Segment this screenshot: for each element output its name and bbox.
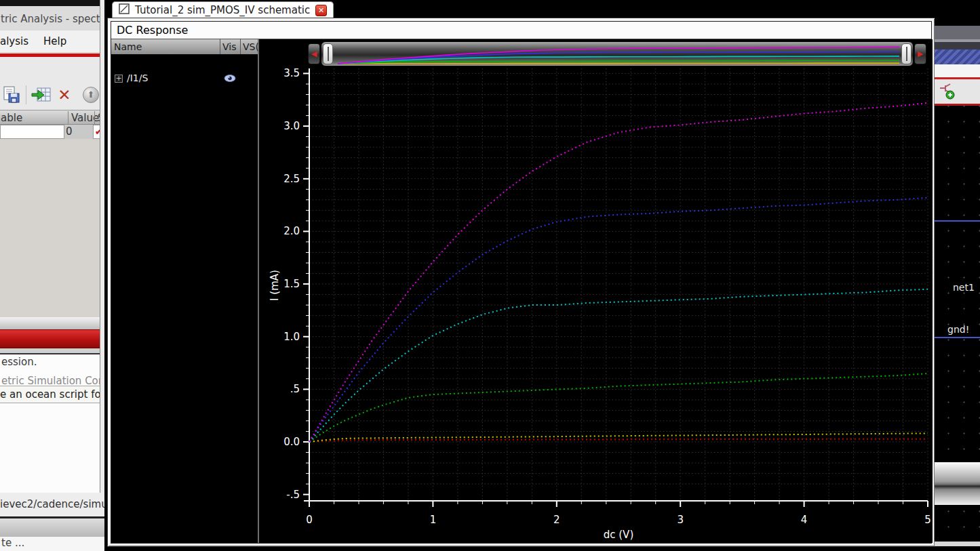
col-variable: able: [1, 111, 22, 125]
svg-text:1.5: 1.5: [283, 278, 300, 290]
tree-col-vis[interactable]: Vis: [220, 39, 239, 54]
graph-window-icon: [119, 3, 130, 17]
scrollbar-left-grip[interactable]: [323, 43, 333, 64]
simulation-path-text: ievec2/cadence/simul: [0, 493, 104, 516]
svg-text:2.5: 2.5: [283, 173, 300, 185]
scrollbar-right-arrow-icon[interactable]: ▶: [914, 43, 926, 64]
status-gray-band: [0, 518, 104, 537]
menu-item-help[interactable]: Help: [43, 35, 66, 47]
svg-text:2.0: 2.0: [283, 225, 300, 237]
schematic-toolbar: [935, 79, 980, 104]
scrollbar-right-grip[interactable]: [901, 43, 912, 64]
toolbar-separator: [26, 85, 27, 104]
dc-response-content: DC Response Name Vis VS( + /I1/S: [111, 21, 932, 544]
variables-table-header: able Value S: [0, 110, 104, 125]
bottom-status-text: te ...: [0, 537, 104, 551]
signal-name: /I1/S: [127, 73, 148, 83]
schematic-window-strip: net1 gnd!: [935, 0, 980, 551]
menu-item-analysis[interactable]: alysis: [0, 35, 28, 47]
left-window-toolbar: ✕ ⬆: [0, 81, 104, 108]
dc-response-plot: 3.53.02.52.01.51.0.50.0-.5012345dc (V)I …: [260, 39, 933, 544]
progress-bar: [0, 329, 104, 348]
save-icon[interactable]: [0, 84, 23, 106]
instance-add-icon[interactable]: [939, 83, 956, 103]
svg-text:3.5: 3.5: [283, 67, 300, 79]
svg-text:0: 0: [306, 514, 313, 526]
left-window-titlebar: tric Analysis - spectre(1: [0, 6, 104, 30]
net-label: net1: [953, 282, 975, 293]
dc-response-window: DC Response Name Vis VS( + /I1/S: [108, 18, 935, 546]
desktop: tric Analysis - spectre(1 alysisHelp etr…: [0, 0, 980, 551]
svg-text:dc (V): dc (V): [604, 529, 634, 541]
left-window-right-border: [100, 0, 104, 493]
gnd-label: gnd!: [947, 324, 969, 335]
schematic-scroll-block[interactable]: [935, 462, 980, 505]
strip-dark-band: [935, 42, 980, 49]
svg-text:1: 1: [430, 514, 437, 526]
window-border-line-1: [935, 220, 980, 222]
status-area: etric Simulation Comple: [0, 57, 104, 110]
window-title: DC Response: [111, 22, 931, 39]
tab-tutorial2-schematic[interactable]: Tutorial_2 sim_PMOS_IV schematic ✕: [112, 1, 334, 18]
log-line-1: ession.: [1, 356, 37, 368]
svg-text:-.5: -.5: [286, 489, 300, 501]
svg-text:5: 5: [924, 514, 931, 526]
tree-header: Name Vis VS(: [111, 39, 258, 54]
filler-strip: [0, 348, 104, 353]
svg-text:0.0: 0.0: [283, 436, 300, 448]
expand-icon[interactable]: +: [115, 75, 123, 83]
schematic-titlebar-hatch: [935, 49, 980, 64]
strip-gray-band: [935, 26, 980, 39]
tab-title: Tutorial_2 sim_PMOS_IV schematic: [135, 4, 310, 16]
signal-row-i1s[interactable]: + /I1/S: [111, 72, 258, 85]
progress-strip: [0, 317, 104, 329]
variable-value-cell[interactable]: 0: [66, 125, 90, 138]
tab-close-icon[interactable]: ✕: [315, 5, 327, 16]
svg-text:4: 4: [801, 514, 808, 526]
svg-text:.5: .5: [290, 383, 300, 395]
svg-text:2: 2: [553, 514, 560, 526]
scrollbar-track[interactable]: [321, 41, 914, 66]
scrollbar-left-arrow-icon[interactable]: ◀: [308, 43, 320, 64]
svg-text:I (mA): I (mA): [269, 270, 281, 301]
tooltip: e an ocean script for pa: [0, 386, 104, 403]
parametric-analysis-window: tric Analysis - spectre(1 alysisHelp etr…: [0, 0, 104, 551]
tab-bar: Tutorial_2 sim_PMOS_IV schematic ✕: [108, 0, 935, 18]
tree-col-vsg[interactable]: VS(: [240, 39, 259, 54]
visibility-eye-icon[interactable]: [224, 74, 236, 85]
svg-text:3: 3: [677, 514, 684, 526]
variable-name-cell[interactable]: [0, 125, 64, 139]
tree-col-name[interactable]: Name: [114, 39, 142, 54]
schematic-menubar-strip: [935, 64, 980, 77]
left-window-menubar: alysisHelp: [0, 30, 104, 52]
window-border-line-2: [935, 337, 980, 338]
variables-table-row: 0 ✔: [0, 125, 104, 139]
plot-panel: 3.53.02.52.01.51.0.50.0-.5012345dc (V)I …: [260, 39, 933, 543]
signal-tree-panel: Name Vis VS( + /I1/S: [111, 39, 259, 543]
svg-text:1.0: 1.0: [283, 331, 300, 343]
strip-bottom-edge: [935, 542, 980, 546]
export-table-icon[interactable]: [30, 84, 53, 106]
left-window-top-edge: [0, 0, 104, 6]
svg-text:3.0: 3.0: [283, 120, 300, 132]
circle-arrow-icon[interactable]: ⬆: [83, 87, 99, 103]
plot-panner-scrollbar[interactable]: ◀ ▶: [308, 41, 926, 66]
curve-preview-strip: [334, 43, 903, 66]
delete-x-icon[interactable]: ✕: [53, 84, 76, 106]
log-panel: ession. etric Simulation Compl e an ocea…: [0, 354, 104, 493]
